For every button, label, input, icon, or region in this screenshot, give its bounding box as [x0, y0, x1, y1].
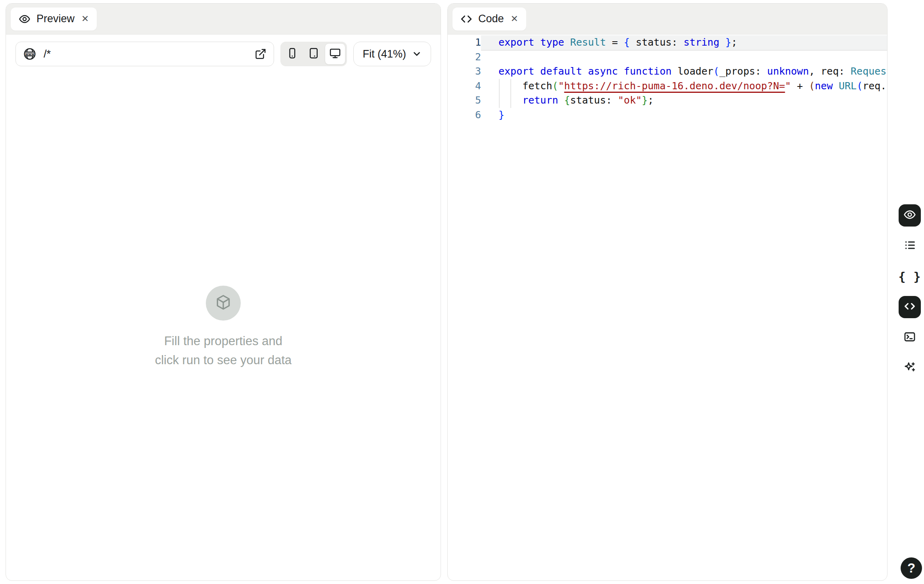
empty-state-text: Fill the properties and click run to see…	[155, 332, 292, 370]
empty-state-icon-circle	[206, 286, 241, 321]
cube-icon	[215, 294, 232, 313]
preview-tabbar: Preview ✕	[6, 4, 441, 35]
help-label: ?	[907, 561, 915, 576]
terminal-icon	[903, 330, 916, 345]
url-input[interactable]: www /*	[15, 42, 274, 66]
smartphone-icon	[286, 47, 298, 61]
code-line-content[interactable]: fetch("https://rich-puma-16.deno.dev/noo…	[481, 79, 888, 94]
chevron-down-icon	[412, 49, 422, 59]
tab-code[interactable]: Code ✕	[452, 8, 526, 31]
rail-ai-button[interactable]	[899, 357, 921, 379]
zoom-fit-dropdown[interactable]: Fit (41%)	[353, 42, 431, 66]
list-icon	[903, 239, 916, 253]
tablet-icon	[308, 47, 320, 61]
close-icon[interactable]: ✕	[81, 13, 89, 24]
code-line[interactable]: 5 return {status: "ok"};	[448, 93, 887, 108]
device-mobile-button[interactable]	[282, 43, 303, 65]
svg-text:www: www	[25, 52, 35, 56]
globe-www-icon: www	[23, 47, 36, 61]
tab-preview[interactable]: Preview ✕	[11, 8, 97, 31]
code-line-content[interactable]: }	[481, 108, 887, 123]
url-value[interactable]: /*	[44, 48, 247, 60]
external-link-icon[interactable]	[255, 48, 266, 60]
line-number: 2	[448, 50, 481, 65]
preview-viewport: Fill the properties and click run to see…	[6, 75, 441, 580]
device-toggle-group	[280, 42, 347, 66]
rail-terminal-button[interactable]	[899, 327, 921, 349]
monitor-icon	[329, 47, 341, 61]
tab-code-label: Code	[478, 13, 504, 25]
device-tablet-button[interactable]	[303, 43, 324, 65]
code-line-content[interactable]: export default async function loader(_pr…	[481, 64, 888, 79]
eye-icon	[903, 208, 916, 223]
rail-code-button[interactable]	[899, 296, 921, 318]
code-line-content[interactable]: export type Result = { status: string };	[481, 35, 887, 50]
tool-rail: { }	[899, 204, 921, 379]
code-editor[interactable]: 1export type Result = { status: string }…	[448, 35, 887, 122]
braces-icon: { }	[898, 270, 921, 284]
line-number: 4	[448, 79, 481, 94]
line-number: 6	[448, 108, 481, 123]
preview-panel: Preview ✕ www /*	[6, 3, 441, 581]
code-icon	[903, 300, 916, 314]
line-number: 1	[448, 35, 481, 50]
sparkles-icon	[903, 361, 916, 375]
eye-icon	[19, 13, 31, 25]
code-lines: 1export type Result = { status: string }…	[448, 35, 887, 122]
zoom-fit-label: Fit (41%)	[362, 48, 406, 60]
code-line[interactable]: 3export default async function loader(_p…	[448, 64, 887, 79]
code-line[interactable]: 1export type Result = { status: string }…	[448, 35, 887, 50]
code-panel: Code ✕ 1export type Result = { status: s…	[447, 3, 888, 581]
rail-preview-button[interactable]	[899, 204, 921, 227]
code-line[interactable]: 4 fetch("https://rich-puma-16.deno.dev/n…	[448, 79, 887, 94]
preview-toolbar: www /*	[6, 35, 441, 75]
device-desktop-button[interactable]	[325, 43, 345, 65]
rail-list-button[interactable]	[899, 235, 921, 257]
code-tabbar: Code ✕	[448, 4, 887, 35]
code-line[interactable]: 2	[448, 50, 887, 65]
empty-state-line1: Fill the properties and	[155, 332, 292, 351]
tab-preview-label: Preview	[36, 13, 75, 25]
code-line[interactable]: 6}	[448, 108, 887, 123]
line-number: 3	[448, 64, 481, 79]
help-button[interactable]: ?	[901, 557, 922, 579]
code-line-content[interactable]: return {status: "ok"};	[481, 93, 887, 108]
code-icon	[460, 13, 472, 25]
line-number: 5	[448, 93, 481, 108]
close-icon[interactable]: ✕	[511, 13, 518, 24]
code-line-content[interactable]	[481, 50, 887, 65]
empty-state-line2: click run to see your data	[155, 351, 292, 370]
rail-braces-button[interactable]: { }	[899, 265, 921, 288]
